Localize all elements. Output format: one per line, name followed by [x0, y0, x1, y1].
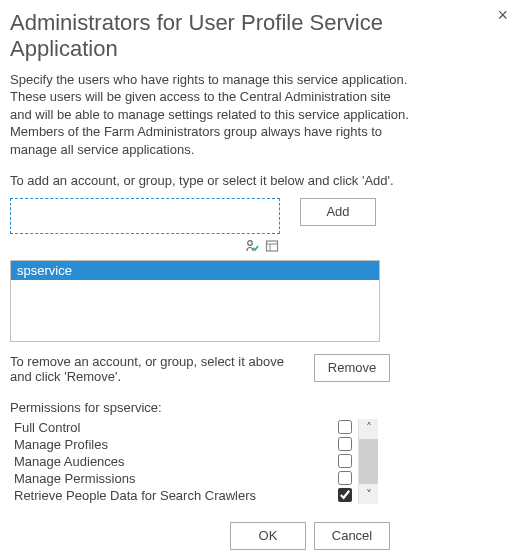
- permission-row: Manage Permissions: [10, 470, 358, 487]
- permission-checkbox[interactable]: [338, 488, 352, 502]
- permissions-scrollbar[interactable]: ˄ ˅: [358, 419, 378, 504]
- remove-button[interactable]: Remove: [314, 354, 390, 382]
- permissions-list: Full Control Manage Profiles Manage Audi…: [10, 419, 358, 504]
- add-instruction: To add an account, or group, type or sel…: [10, 173, 512, 188]
- scroll-down-icon[interactable]: ˅: [366, 486, 372, 504]
- svg-point-0: [248, 240, 253, 245]
- permission-label: Manage Permissions: [14, 471, 135, 486]
- add-button[interactable]: Add: [300, 198, 376, 226]
- permission-row: Full Control: [10, 419, 358, 436]
- close-button[interactable]: ×: [493, 6, 512, 24]
- permissions-label: Permissions for spservice:: [10, 400, 512, 415]
- browse-icon[interactable]: [264, 238, 280, 254]
- cancel-button[interactable]: Cancel: [314, 522, 390, 550]
- list-item[interactable]: spservice: [11, 261, 379, 280]
- permission-label: Full Control: [14, 420, 80, 435]
- people-picker-icons: [10, 238, 280, 254]
- permission-row: Manage Audiences: [10, 453, 358, 470]
- scroll-up-icon[interactable]: ˄: [366, 419, 372, 437]
- permission-checkbox[interactable]: [338, 437, 352, 451]
- svg-rect-1: [267, 241, 278, 251]
- permission-row: Retrieve People Data for Search Crawlers: [10, 487, 358, 504]
- scroll-track[interactable]: [359, 439, 378, 484]
- permission-label: Retrieve People Data for Search Crawlers: [14, 488, 256, 503]
- remove-instruction: To remove an account, or group, select i…: [10, 354, 300, 384]
- dialog-description: Specify the users who have rights to man…: [10, 71, 410, 159]
- dialog-title: Administrators for User Profile Service …: [10, 10, 493, 63]
- account-input[interactable]: [10, 198, 280, 234]
- ok-button[interactable]: OK: [230, 522, 306, 550]
- permission-label: Manage Profiles: [14, 437, 108, 452]
- permission-checkbox[interactable]: [338, 454, 352, 468]
- permission-label: Manage Audiences: [14, 454, 125, 469]
- permission-checkbox[interactable]: [338, 420, 352, 434]
- permission-row: Manage Profiles: [10, 436, 358, 453]
- members-list[interactable]: spservice: [10, 260, 380, 342]
- permission-checkbox[interactable]: [338, 471, 352, 485]
- check-names-icon[interactable]: [244, 238, 260, 254]
